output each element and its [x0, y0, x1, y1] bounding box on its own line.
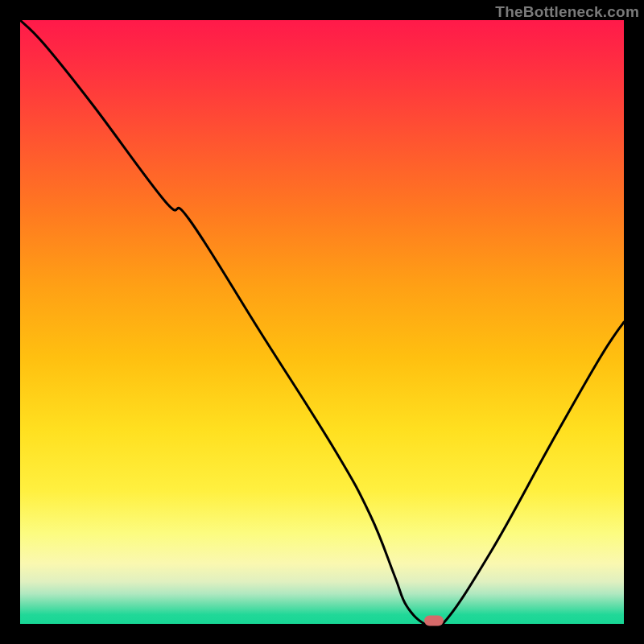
- chart-container: TheBottleneck.com: [0, 0, 644, 644]
- bottleneck-curve: [20, 20, 624, 624]
- plot-area: [20, 20, 624, 624]
- optimal-marker: [424, 616, 444, 626]
- watermark-text: TheBottleneck.com: [495, 3, 639, 21]
